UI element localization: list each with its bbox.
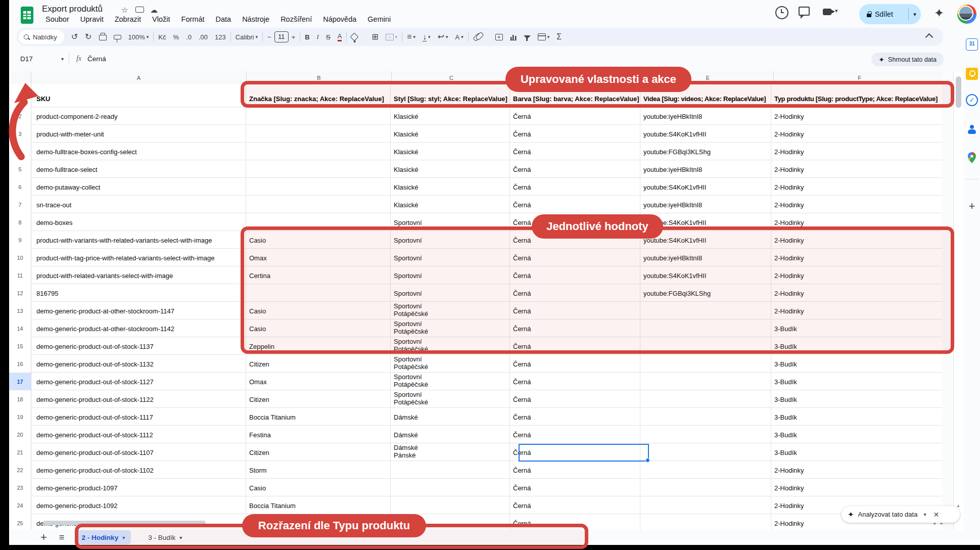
cell-D22[interactable]: Černá xyxy=(510,461,640,479)
cell-E12[interactable]: youtube:FGBqi3KLShg xyxy=(640,284,771,302)
percent-format-button[interactable]: % xyxy=(173,33,179,41)
cell-A24[interactable]: demo-generic-product-1092 xyxy=(31,496,246,514)
wrap-caret-icon[interactable]: ▾ xyxy=(446,34,448,39)
vertical-scrollbar[interactable]: ▲ ▼ xyxy=(953,71,964,530)
name-box[interactable]: D17 ▾ xyxy=(20,55,69,63)
close-icon[interactable]: ✕ xyxy=(933,511,939,519)
cell-B18[interactable]: Citizen xyxy=(246,390,391,408)
cell-E5[interactable]: youtube:iyeHBkItnI8 xyxy=(640,160,771,178)
cell-A3[interactable]: product-with-meter-unit xyxy=(31,125,246,143)
cell-B4[interactable] xyxy=(246,143,391,160)
menu-formát[interactable]: Formát xyxy=(177,14,209,24)
cell-D7[interactable]: Černá xyxy=(510,196,640,213)
cell-B21[interactable]: Citizen xyxy=(246,443,391,461)
cell-D15[interactable]: Černá xyxy=(510,337,640,355)
cell-F1[interactable]: Typ produktu [Slug: productType; Akce: R… xyxy=(771,84,942,107)
calendar-icon[interactable]: 31 xyxy=(966,38,978,51)
undo-icon[interactable]: ↺ xyxy=(71,33,78,41)
print-icon[interactable] xyxy=(99,35,107,40)
cell-E20[interactable] xyxy=(640,426,771,443)
borders-icon[interactable]: ⊞ xyxy=(371,33,378,41)
cell-D19[interactable]: Černá xyxy=(510,408,640,426)
column-header-F[interactable]: F xyxy=(774,71,942,84)
avatar[interactable] xyxy=(957,5,976,24)
cell-B15[interactable]: Zeppelin xyxy=(246,337,391,355)
cell-B8[interactable] xyxy=(246,213,391,231)
cell-D23[interactable]: Černá xyxy=(510,479,640,496)
cell-E2[interactable]: youtube:iyeHBkItnI8 xyxy=(640,107,771,125)
cell-E8[interactable]: youtube:S4KoK1vfHII xyxy=(640,213,771,231)
cell-F8[interactable]: 2-Hodinky xyxy=(771,213,942,231)
cell-B22[interactable]: Storm xyxy=(246,461,391,479)
functions-icon[interactable]: Σ xyxy=(556,33,562,41)
insert-chart-icon[interactable] xyxy=(510,34,517,40)
font-size-increase-button[interactable]: + xyxy=(292,33,296,41)
menus-search[interactable]: Nabídky xyxy=(19,30,64,44)
text-wrap-icon[interactable]: ↩ xyxy=(438,33,444,41)
contacts-icon[interactable] xyxy=(966,123,978,135)
sheet-tab-2-Hodinky[interactable]: 2 - Hodinky▾ xyxy=(75,530,131,544)
cell-B23[interactable]: Casio xyxy=(246,479,391,496)
merge-cells-icon[interactable]: ↔ xyxy=(386,34,394,40)
cell-A16[interactable]: demo-generic-product-out-of-stock-1132 xyxy=(31,355,246,373)
cell-B10[interactable]: Omax xyxy=(246,249,391,266)
cell-E17[interactable] xyxy=(640,373,771,390)
move-folder-icon[interactable] xyxy=(135,7,144,13)
cell-B17[interactable]: Omax xyxy=(246,373,391,390)
cell-D4[interactable]: Černá xyxy=(510,143,640,160)
cell-F10[interactable]: 2-Hodinky xyxy=(771,249,942,266)
cell-C14[interactable]: SportovníPotápěčské xyxy=(391,319,510,337)
cell-F4[interactable]: 2-Hodinky xyxy=(771,143,942,160)
cell-C21[interactable]: DámskéPánské xyxy=(391,443,510,461)
cell-B11[interactable]: Certina xyxy=(246,266,391,284)
strikethrough-button[interactable]: S xyxy=(326,33,331,41)
cell-E4[interactable]: youtube:FGBqi3KLShg xyxy=(640,143,771,160)
cell-A23[interactable]: demo-generic-product-1097 xyxy=(31,479,246,496)
cell-A21[interactable]: demo-generic-product-out-of-stock-1107 xyxy=(31,443,246,461)
cell-E7[interactable]: youtube:iyeHBkItnI8 xyxy=(640,196,771,213)
sheet-tab-caret-icon[interactable]: ▾ xyxy=(179,535,182,540)
cell-C4[interactable]: Klasické xyxy=(391,143,510,160)
cell-D9[interactable]: Černá xyxy=(510,231,640,249)
cell-E11[interactable]: youtube:S4KoK1vfHII xyxy=(640,266,771,284)
cell-A1[interactable]: SKU xyxy=(31,84,246,107)
column-header-D[interactable]: D xyxy=(511,71,642,84)
cell-B9[interactable]: Casio xyxy=(246,231,391,249)
cell-D25[interactable]: Černá xyxy=(510,514,640,530)
font-select[interactable]: Calibri xyxy=(236,33,254,41)
cell-D10[interactable]: Černá xyxy=(510,249,640,266)
cell-F11[interactable]: 2-Hodinky xyxy=(771,266,942,284)
cell-D3[interactable]: Černá xyxy=(510,125,640,143)
add-addon-icon[interactable]: + xyxy=(966,200,978,212)
cell-B7[interactable] xyxy=(246,196,391,213)
row-header-25[interactable]: 25 xyxy=(9,514,31,530)
cell-F3[interactable]: 2-Hodinky xyxy=(771,125,942,143)
paint-format-icon[interactable] xyxy=(114,35,121,39)
redo-icon[interactable]: ↻ xyxy=(85,33,91,41)
cell-E3[interactable]: youtube:S4KoK1vfHII xyxy=(640,125,771,143)
bold-button[interactable]: B xyxy=(305,33,309,41)
align-caret-icon[interactable]: ▾ xyxy=(413,34,416,39)
italic-button[interactable]: I xyxy=(317,33,319,41)
column-header-E[interactable]: E xyxy=(642,71,774,84)
share-caret-icon[interactable]: ▾ xyxy=(909,11,921,18)
menu-rozšíření[interactable]: Rozšíření xyxy=(276,14,316,24)
cell-F18[interactable]: 3-Budík xyxy=(771,390,942,408)
valign-caret-icon[interactable]: ▾ xyxy=(428,34,431,39)
cell-E1[interactable]: Videa [Slug: videos; Akce: ReplaceValue] xyxy=(640,84,771,107)
menu-gemini[interactable]: Gemini xyxy=(363,14,395,24)
cell-F16[interactable]: 3-Budík xyxy=(771,355,942,373)
cell-C1[interactable]: Styl [Slug: styl; Akce: ReplaceValue] xyxy=(391,84,510,107)
insert-link-icon[interactable] xyxy=(473,32,482,41)
filter-icon[interactable] xyxy=(524,35,531,39)
scroll-up-icon[interactable]: ▲ xyxy=(956,503,960,508)
cell-C8[interactable]: Sportovní xyxy=(391,213,510,231)
decrease-decimal-button[interactable]: .0 xyxy=(186,33,192,41)
video-call-caret-icon[interactable]: ▾ xyxy=(835,8,838,14)
views-caret-icon[interactable]: ▾ xyxy=(547,34,550,39)
fill-color-icon[interactable] xyxy=(350,33,359,41)
cell-D11[interactable]: Černá xyxy=(510,266,640,284)
column-header-B[interactable]: B xyxy=(247,71,392,84)
version-history-icon[interactable] xyxy=(775,6,788,19)
cell-A2[interactable]: product-component-2-ready xyxy=(31,107,246,125)
